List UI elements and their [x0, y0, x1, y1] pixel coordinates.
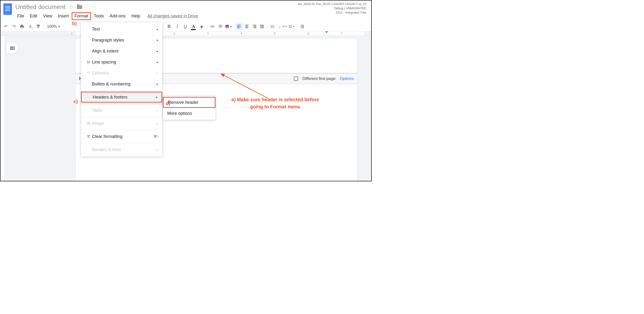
svg-rect-9: [87, 73, 88, 74]
menu-bullets-numbering[interactable]: Bullets & numbering▸: [81, 78, 162, 89]
menu-image: Image▸: [81, 118, 162, 129]
outline-toggle-button[interactable]: [7, 42, 18, 54]
line-spacing-icon: [85, 60, 92, 64]
italic-button[interactable]: I: [174, 23, 181, 30]
menu-insert[interactable]: Insert: [55, 12, 72, 20]
image-icon: [85, 121, 92, 125]
menu-help[interactable]: Help: [128, 12, 143, 20]
svg-rect-1: [220, 25, 221, 26]
underline-button[interactable]: U: [182, 23, 189, 30]
line-spacing-button[interactable]: [269, 23, 276, 30]
svg-rect-6: [11, 49, 13, 49]
columns-icon: [85, 71, 92, 75]
print-button[interactable]: [18, 23, 26, 30]
different-first-page-checkbox[interactable]: [294, 77, 298, 81]
menu-addons[interactable]: Add-ons: [107, 12, 128, 20]
menu-borders-lines: Borders & lines▸: [81, 144, 162, 155]
format-dropdown: Text▸ Paragraph styles▸ Align & indent▸ …: [81, 22, 162, 157]
spellcheck-button[interactable]: A✓: [26, 23, 34, 30]
svg-rect-4: [11, 47, 14, 47]
star-icon[interactable]: ☆: [69, 4, 74, 10]
redo-button[interactable]: ↷: [10, 23, 18, 30]
menu-align-indent[interactable]: Align & indent▸: [81, 45, 162, 56]
clear-format-icon: [85, 135, 92, 138]
image-button[interactable]: ▼: [225, 23, 232, 30]
bullet-list-button[interactable]: ▼: [288, 23, 295, 30]
svg-rect-7: [87, 72, 88, 72]
menu-text[interactable]: Text▸: [81, 24, 162, 34]
menu-columns: Columns▸: [81, 67, 162, 78]
align-left-button[interactable]: [236, 23, 243, 30]
highlight-button[interactable]: [198, 23, 206, 30]
bold-button[interactable]: B: [165, 23, 173, 30]
comment-button[interactable]: [217, 23, 224, 30]
remove-header-item[interactable]: Remove header: [163, 97, 216, 108]
different-first-page-label: Different first page: [302, 76, 336, 81]
svg-rect-8: [87, 72, 88, 73]
svg-rect-12: [89, 73, 90, 74]
more-options-item[interactable]: More options: [163, 108, 216, 119]
annotation-c: c): [74, 99, 78, 104]
vertical-ruler[interactable]: [0, 36, 5, 181]
horizontal-ruler[interactable]: 1 2 3 4 5 6 7: [0, 31, 371, 36]
menu-file[interactable]: File: [14, 12, 27, 20]
svg-rect-0: [218, 25, 222, 28]
annotation-b: b): [72, 21, 77, 26]
menu-format[interactable]: Format: [72, 12, 91, 20]
align-justify-button[interactable]: [258, 23, 266, 30]
align-right-button[interactable]: [251, 23, 258, 30]
menu-edit[interactable]: Edit: [27, 12, 40, 20]
save-status[interactable]: All changes saved in Drive: [148, 13, 198, 19]
menu-tools[interactable]: Tools: [91, 12, 107, 20]
zoom-select[interactable]: 100%▼: [45, 24, 62, 29]
text-color-button[interactable]: A: [190, 23, 197, 30]
link-button[interactable]: [208, 23, 216, 30]
docs-logo-icon[interactable]: [3, 3, 12, 15]
svg-rect-10: [89, 72, 90, 72]
build-info: kix_2019.32-Tue_RC02 CANARY LEGACY ot_22…: [298, 2, 366, 15]
menu-table: Table▸: [81, 105, 162, 116]
svg-rect-2: [220, 26, 220, 26]
menu-line-spacing[interactable]: Line spacing▸: [81, 56, 162, 67]
checklist-button[interactable]: ▼: [280, 23, 287, 30]
menu-view[interactable]: View: [40, 12, 55, 20]
menu-paragraph-styles[interactable]: Paragraph styles▸: [81, 34, 162, 45]
paint-format-button[interactable]: [34, 23, 42, 30]
annotation-d: d): [166, 101, 170, 106]
undo-button[interactable]: ↶: [2, 23, 10, 30]
svg-rect-11: [89, 72, 90, 73]
align-center-button[interactable]: [243, 23, 250, 30]
document-title[interactable]: Untitled document: [15, 3, 66, 11]
menu-headers-footers[interactable]: Headers & footers▸: [81, 92, 162, 103]
headers-footers-submenu: Remove header More options: [163, 96, 216, 120]
header-options-button[interactable]: Options: [340, 76, 354, 81]
indent-decrease-button[interactable]: [298, 23, 306, 30]
svg-rect-5: [11, 48, 14, 48]
menu-clear-formatting[interactable]: Clear formatting⌘\: [81, 131, 162, 142]
svg-line-13: [223, 75, 268, 98]
move-folder-icon[interactable]: [77, 5, 82, 9]
toolbar: ↶ ↷ A✓ 100%▼ ▼ B I U A ▼: [0, 21, 371, 31]
annotation-a: a) Make sure header is selected before g…: [230, 96, 320, 110]
